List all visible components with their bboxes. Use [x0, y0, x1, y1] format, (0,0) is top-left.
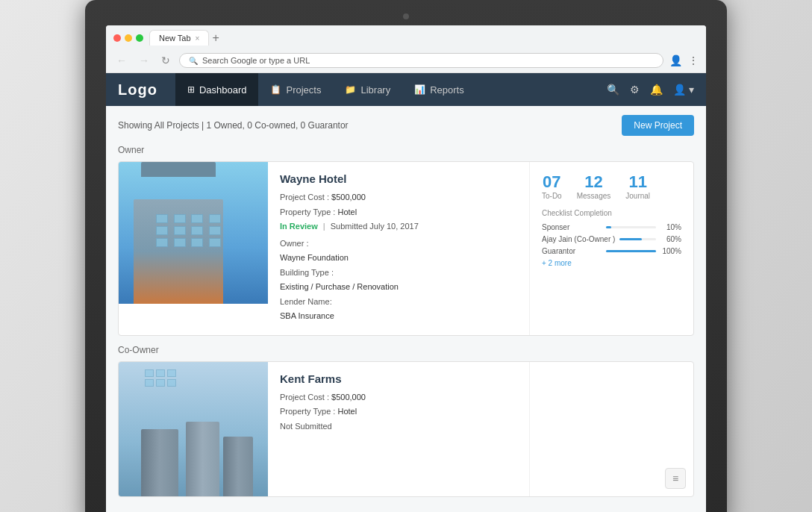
new-tab-btn[interactable]: + [212, 31, 219, 45]
window [191, 238, 203, 247]
browser-menu-btn[interactable]: ⋮ [688, 54, 699, 66]
browser-titlebar: New Tab × + [106, 25, 706, 50]
nav-label-dashboard: Dashboard [199, 84, 247, 96]
checklist-pct-guarantor: 100% [660, 247, 681, 255]
todo-label: To-Do [542, 192, 562, 200]
lender-value-row: SBA Insurance [280, 310, 517, 322]
window [156, 226, 168, 235]
owner-value-row: Wayne Foundation [280, 252, 517, 264]
forward-btn[interactable]: → [136, 53, 152, 68]
section-label-coowner: Co-Owner [118, 345, 694, 355]
main-nav: ⊞ Dashboard 📋 Projects 📁 Library 📊 Repor… [175, 73, 607, 106]
tab-bar: New Tab × + [149, 30, 699, 46]
type-value: Hotel [337, 207, 357, 216]
progress-bar-sponser-bg [606, 226, 656, 228]
building-type-label-row: Building Type : [280, 266, 517, 279]
notifications-btn[interactable]: 🔔 [650, 84, 663, 96]
status-badge: In Review [280, 222, 318, 231]
kent-status-row: Not Submitted [280, 420, 517, 433]
nav-item-dashboard[interactable]: ⊞ Dashboard [175, 73, 259, 106]
maximize-window-btn[interactable] [136, 34, 143, 42]
kent-cost-row: Project Cost : $500,000 [280, 391, 517, 404]
checklist-name-guarantor: Guarantor [542, 247, 602, 255]
document-icon[interactable]: ≡ [665, 468, 686, 489]
window [145, 379, 154, 387]
reports-icon: 📊 [414, 84, 425, 95]
showing-text: Showing All Projects | 1 Owned, 0 Co-own… [118, 120, 349, 131]
kent-type-label: Property Type : [280, 407, 337, 416]
window [145, 369, 154, 377]
window [174, 238, 186, 247]
back-btn[interactable]: ← [113, 53, 130, 68]
project-image-wayne [119, 162, 268, 304]
owner-row: Owner : [280, 237, 517, 250]
app-header: Logo ⊞ Dashboard 📋 Projects 📁 Library [106, 73, 706, 106]
window [167, 369, 176, 377]
window [156, 214, 168, 223]
checklist-title: Checklist Completion [542, 209, 681, 217]
status-row: In Review | Submitted July 10, 2017 [280, 220, 517, 233]
top-bar: Showing All Projects | 1 Owned, 0 Co-own… [118, 115, 694, 136]
checklist-item-sponser: Sponser 10% [542, 223, 681, 231]
checklist-pct-sponser: 10% [660, 223, 681, 231]
project-cost-row: Project Cost : $500,000 [280, 191, 517, 204]
project-name-kent: Kent Farms [280, 372, 517, 385]
building-type-value: Existing / Purchase / Renovation [280, 282, 399, 291]
window [209, 226, 221, 235]
browser-addressbar: ← → ↻ 🔍 Search Google or type a URL 👤 ⋮ [106, 50, 706, 72]
window [209, 214, 221, 223]
window [156, 369, 165, 377]
stats-row: 07 To-Do 12 Messages 11 Journal [542, 172, 681, 200]
messages-label: Messages [577, 192, 611, 200]
journal-number: 11 [625, 172, 650, 192]
library-icon: 📁 [345, 84, 356, 95]
search-header-btn[interactable]: 🔍 [607, 84, 619, 96]
settings-header-btn[interactable]: ⚙ [630, 84, 640, 96]
project-name-wayne: Wayne Hotel [280, 172, 517, 185]
kent-type-value: Hotel [337, 407, 357, 416]
kent-status-badge: Not Submitted [280, 422, 332, 431]
minimize-window-btn[interactable] [125, 34, 132, 42]
owner-label: Owner : [280, 239, 309, 248]
header-actions: 🔍 ⚙ 🔔 👤 ▾ [607, 84, 694, 96]
kent-cost-label: Project Cost : [280, 393, 331, 402]
tab-close-btn[interactable]: × [196, 34, 200, 43]
more-link[interactable]: + 2 more [542, 259, 681, 267]
project-card-wayne: Wayne Hotel Project Cost : $500,000 Prop… [118, 161, 694, 336]
building-type-value-row: Existing / Purchase / Renovation [280, 281, 517, 293]
user-menu-btn[interactable]: 👤 ▾ [673, 84, 694, 96]
nav-item-reports[interactable]: 📊 Reports [402, 73, 476, 106]
building-windows [156, 214, 223, 247]
window-controls [113, 34, 143, 42]
building-type-label: Building Type : [280, 268, 334, 277]
lender-value: SBA Insurance [280, 311, 334, 320]
checklist-pct-ajay: 60% [660, 235, 681, 243]
window [191, 226, 203, 235]
nav-label-projects: Projects [286, 84, 321, 96]
tower1 [141, 429, 178, 496]
property-type-row: Property Type : Hotel [280, 206, 517, 219]
cost-label: Project Cost : [280, 193, 331, 202]
content-area: Showing All Projects | 1 Owned, 0 Co-own… [106, 106, 706, 512]
progress-bar-sponser-fill [606, 226, 611, 228]
address-text: Search Google or type a URL [202, 56, 310, 65]
checklist-name-ajay: Ajay Jain (Co-Owner ) [542, 235, 615, 243]
browser-account-btn[interactable]: 👤 [669, 54, 682, 66]
lender-label: Lender Name: [280, 297, 332, 306]
separator: | [323, 222, 325, 231]
close-window-btn[interactable] [113, 34, 121, 42]
browser-tab[interactable]: New Tab × [149, 30, 209, 46]
screen-bezel: New Tab × + ← → ↻ 🔍 Search Google or typ… [85, 0, 727, 512]
tower3 [223, 437, 253, 496]
refresh-btn[interactable]: ↻ [158, 53, 173, 68]
project-stats-wayne: 07 To-Do 12 Messages 11 Journal [529, 162, 693, 335]
journal-label: Journal [625, 192, 650, 200]
nav-item-library[interactable]: 📁 Library [333, 73, 402, 106]
nav-item-projects[interactable]: 📋 Projects [258, 73, 333, 106]
project-card-kent: Kent Farms Project Cost : $500,000 Prope… [118, 361, 694, 497]
kent-cost-value: $500,000 [331, 393, 366, 402]
address-bar[interactable]: 🔍 Search Google or type a URL [179, 53, 663, 68]
laptop-shell: New Tab × + ← → ↻ 🔍 Search Google or typ… [85, 0, 727, 512]
progress-bar-guarantor-fill [606, 250, 656, 252]
new-project-button[interactable]: New Project [622, 115, 694, 136]
